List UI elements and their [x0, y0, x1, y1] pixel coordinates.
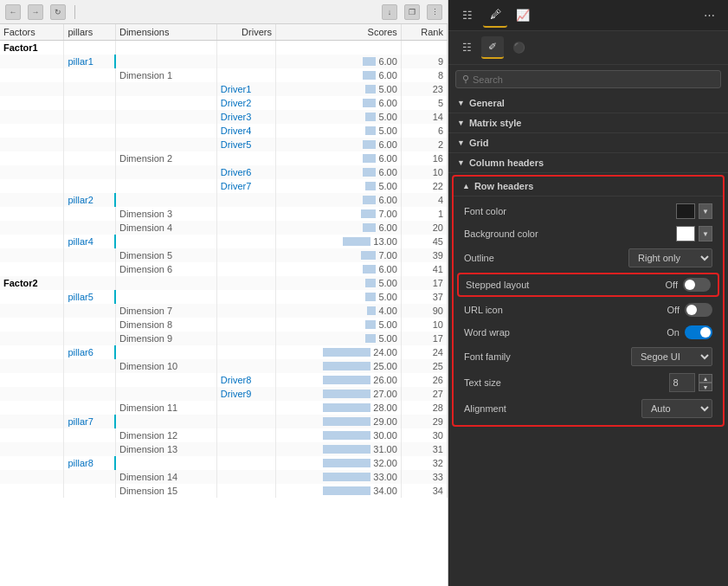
alignment-dropdown[interactable]: Auto Left Center Right	[641, 399, 712, 418]
cell-rank: 37	[401, 290, 447, 304]
cell-scores: 27.00	[275, 387, 401, 401]
table-row[interactable]: Dimension 4 6.00 20	[0, 221, 448, 235]
table-row[interactable]: Dimension 13 31.00 31	[0, 442, 448, 456]
cell-driver	[216, 221, 275, 235]
download-btn[interactable]: ↓	[382, 4, 397, 20]
text-size-up[interactable]: ▲	[699, 374, 712, 383]
col-rank: Rank	[401, 24, 447, 41]
font-family-dropdown-wrapper[interactable]: Segoe UI Arial Calibri	[631, 347, 712, 366]
text-size-control[interactable]: ▲ ▼	[669, 373, 712, 392]
rt-analytics-icon[interactable]: 📈	[511, 3, 535, 28]
back-btn[interactable]: ←	[5, 4, 21, 20]
word-wrap-toggle[interactable]	[685, 325, 712, 339]
table-row[interactable]: Dimension 15 34.00 34	[0, 484, 448, 498]
cell-factor	[0, 456, 64, 470]
stepped-toggle-knob	[685, 280, 695, 290]
table-row[interactable]: pillar1 6.00 9	[0, 55, 448, 68]
url-icon-control[interactable]: Off	[667, 303, 712, 317]
outline-label: Outline	[464, 253, 628, 263]
table-row[interactable]: Dimension 3 7.00 1	[0, 207, 448, 221]
table-row[interactable]: pillar7 29.00 29	[0, 415, 448, 428]
table-row[interactable]: pillar8 32.00 32	[0, 456, 448, 470]
cell-pillar	[64, 484, 116, 498]
font-color-dropdown-btn[interactable]: ▼	[699, 203, 712, 219]
cell-scores: 6.00	[275, 165, 401, 179]
cell-driver	[216, 442, 275, 456]
cell-dimension	[115, 82, 216, 96]
bg-color-dropdown-btn[interactable]: ▼	[699, 226, 712, 241]
outline-control[interactable]: Right only Left only Both None	[628, 248, 712, 267]
table-row[interactable]: Driver8 26.00 26	[0, 373, 448, 387]
text-size-input[interactable]	[669, 373, 695, 392]
section-general[interactable]: ▼ General	[448, 93, 728, 113]
refresh-btn[interactable]: ↻	[50, 4, 66, 20]
url-icon-toggle[interactable]	[685, 303, 712, 317]
outline-dropdown[interactable]: Right only Left only Both None	[628, 248, 712, 267]
table-row[interactable]: Dimension 8 5.00 10	[0, 318, 448, 332]
table-row[interactable]: Driver3 5.00 14	[0, 110, 448, 124]
outline-dropdown-wrapper[interactable]: Right only Left only Both None	[628, 248, 712, 267]
font-family-dropdown[interactable]: Segoe UI Arial Calibri	[631, 347, 712, 366]
table-row[interactable]: Dimension 5 7.00 39	[0, 248, 448, 262]
table-row[interactable]: Dimension 14 33.00 33	[0, 470, 448, 484]
section-row-headers[interactable]: ▲ Row headers	[454, 177, 723, 196]
cell-pillar	[64, 428, 116, 442]
alignment-dropdown-wrapper[interactable]: Auto Left Center Right	[641, 399, 712, 418]
table-row[interactable]: Dimension 11 28.00 28	[0, 401, 448, 415]
stepped-layout-toggle[interactable]	[683, 278, 711, 292]
more-btn[interactable]: ⋮	[427, 4, 442, 20]
table-row[interactable]: Driver6 6.00 10	[0, 165, 448, 179]
cell-pillar	[64, 248, 116, 262]
table-row[interactable]: Dimension 12 30.00 30	[0, 428, 448, 442]
section-matrix-style[interactable]: ▼ Matrix style	[448, 113, 728, 133]
table-row[interactable]: Dimension 1 6.00 8	[0, 68, 448, 82]
table-row[interactable]: Driver2 6.00 5	[0, 96, 448, 110]
bg-color-control[interactable]: ▼	[676, 226, 712, 241]
cell-dimension: Dimension 1	[115, 68, 216, 82]
table-row[interactable]: pillar5 5.00 37	[0, 290, 448, 304]
text-size-spinner[interactable]: ▲ ▼	[699, 374, 712, 391]
cell-dimension	[115, 96, 216, 110]
section-general-label: General	[469, 98, 505, 108]
word-wrap-value: On	[667, 327, 680, 338]
table-row[interactable]: Driver4 5.00 6	[0, 124, 448, 138]
panel-filter-icon[interactable]: ⚫	[507, 36, 530, 59]
panel-format-icon[interactable]: ✐	[481, 36, 504, 59]
table-row[interactable]: pillar4 13.00 45	[0, 235, 448, 248]
section-column-headers[interactable]: ▼ Column headers	[448, 153, 728, 173]
cell-factor	[0, 124, 64, 138]
font-color-swatch[interactable]	[676, 203, 695, 219]
table-row[interactable]: Driver1 5.00 23	[0, 82, 448, 96]
panel-grid-icon[interactable]: ☷	[455, 36, 478, 59]
expand-btn[interactable]: ❐	[404, 4, 420, 20]
rt-more-icon[interactable]: ⋯	[697, 3, 721, 28]
font-family-control[interactable]: Segoe UI Arial Calibri	[631, 347, 712, 366]
cell-rank: 16	[401, 151, 447, 165]
stepped-layout-control[interactable]: Off	[666, 278, 711, 292]
cell-scores: 6.00	[275, 68, 401, 82]
rt-chart-icon[interactable]: ☷	[455, 3, 480, 28]
text-size-down[interactable]: ▼	[699, 383, 712, 391]
table-row[interactable]: Factor1	[0, 41, 448, 55]
table-row[interactable]: Dimension 9 5.00 17	[0, 332, 448, 345]
data-table-container: Factors pillars Dimensions Drivers Score…	[0, 24, 448, 586]
word-wrap-control[interactable]: On	[667, 325, 712, 339]
table-row[interactable]: Driver5 6.00 2	[0, 138, 448, 151]
forward-btn[interactable]: →	[28, 4, 43, 20]
bg-color-swatch[interactable]	[676, 226, 695, 241]
table-row[interactable]: pillar6 24.00 24	[0, 345, 448, 359]
search-input[interactable]	[473, 74, 714, 85]
section-grid[interactable]: ▼ Grid	[448, 133, 728, 153]
table-row[interactable]: Dimension 2 6.00 16	[0, 151, 448, 165]
table-row[interactable]: Dimension 7 4.00 90	[0, 304, 448, 318]
table-row[interactable]: pillar2 6.00 4	[0, 193, 448, 207]
table-row[interactable]: Driver7 5.00 22	[0, 179, 448, 193]
table-row[interactable]: Dimension 10 25.00 25	[0, 359, 448, 373]
table-row[interactable]: Driver9 27.00 27	[0, 387, 448, 401]
alignment-control[interactable]: Auto Left Center Right	[641, 399, 712, 418]
font-color-control[interactable]: ▼	[676, 203, 712, 219]
table-row[interactable]: Dimension 6 6.00 41	[0, 262, 448, 276]
rt-format-icon[interactable]: 🖉	[483, 3, 507, 28]
table-row[interactable]: Factor2 5.00 17	[0, 276, 448, 290]
cell-rank: 5	[401, 96, 447, 110]
